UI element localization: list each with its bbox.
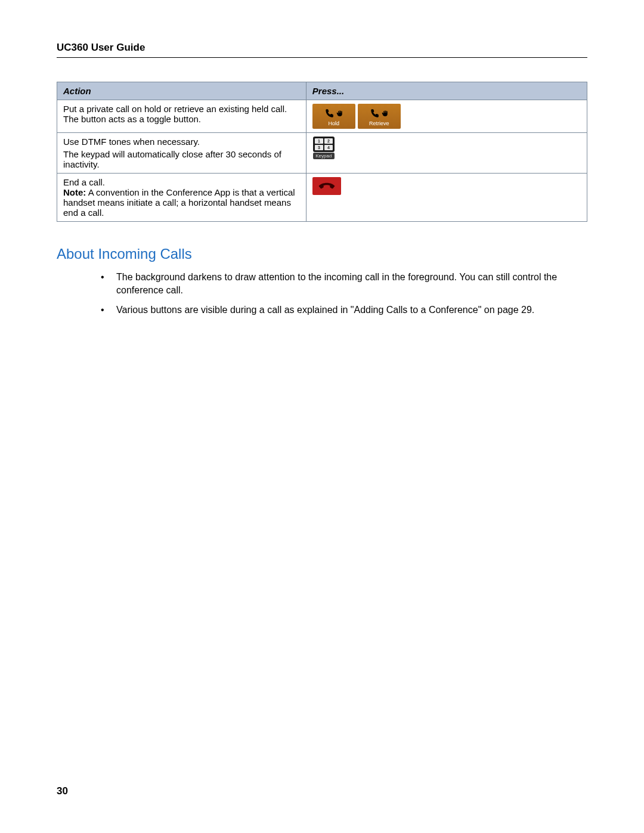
action-text-line: Use DTMF tones when necessary.: [63, 137, 300, 147]
table-row: Use DTMF tones when necessary. The keypa…: [57, 133, 587, 174]
press-cell: Hold Retrieve: [306, 100, 587, 133]
hold-button[interactable]: Hold: [312, 104, 355, 129]
action-cell: Put a private call on hold or retrieve a…: [57, 100, 306, 133]
document-header: UC360 User Guide: [57, 42, 587, 58]
retrieve-button-label: Retrieve: [369, 120, 389, 126]
press-cell: 1234 Keypad: [306, 133, 587, 174]
keypad-button[interactable]: 1234 Keypad: [312, 137, 335, 159]
note-label: Note:: [63, 187, 86, 197]
table-row: Put a private call on hold or retrieve a…: [57, 100, 587, 133]
action-cell: Use DTMF tones when necessary. The keypa…: [57, 133, 306, 174]
table-row: End a call. Note: A convention in the Co…: [57, 174, 587, 222]
list-item: The background darkens to draw attention…: [98, 271, 587, 296]
table-header-press: Press...: [306, 82, 587, 100]
section-heading: About Incoming Calls: [57, 246, 587, 262]
end-call-icon: [318, 181, 336, 191]
bullet-list: The background darkens to draw attention…: [98, 271, 587, 317]
hand-icon: [336, 109, 343, 117]
page-number: 30: [57, 785, 68, 797]
list-item: Various buttons are visible during a cal…: [98, 304, 587, 317]
keypad-icon: 1234: [313, 137, 335, 152]
table-header-action: Action: [57, 82, 306, 100]
action-table: Action Press... Put a private call on ho…: [57, 82, 587, 222]
action-cell: End a call. Note: A convention in the Co…: [57, 174, 306, 222]
phone-icon: [370, 109, 380, 118]
action-text-line: The keypad will automatically close afte…: [63, 149, 300, 169]
keypad-button-label: Keypad: [313, 153, 335, 159]
end-call-button[interactable]: [312, 177, 341, 195]
phone-icon: [325, 109, 335, 118]
page: UC360 User Guide Action Press... Put a p…: [0, 0, 644, 833]
press-cell: [306, 174, 587, 222]
retrieve-button[interactable]: Retrieve: [358, 104, 401, 129]
action-text-line: End a call.: [63, 177, 300, 187]
hand-icon: [381, 109, 388, 117]
note-text: A convention in the Conference App is th…: [63, 187, 295, 218]
action-note: Note: A convention in the Conference App…: [63, 187, 300, 218]
hold-button-label: Hold: [329, 120, 340, 126]
